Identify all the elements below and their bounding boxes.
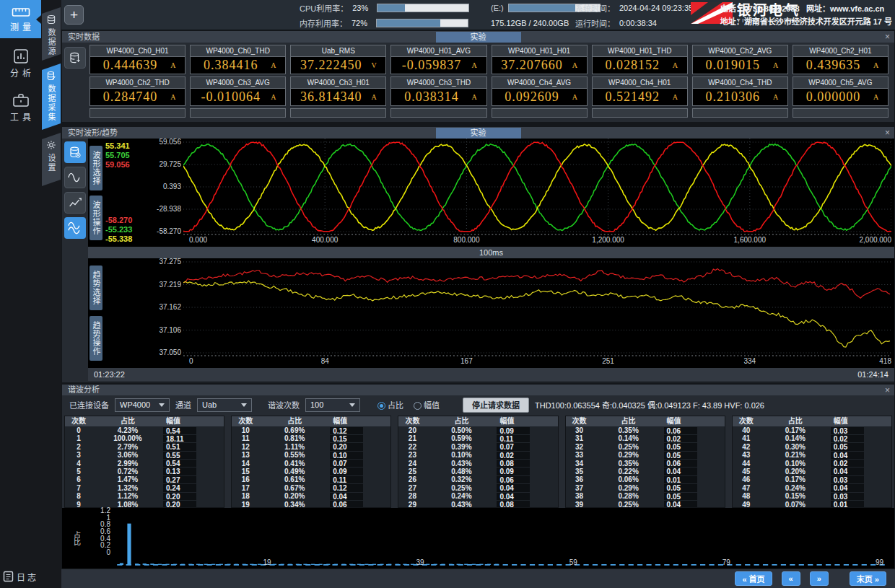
harmonic-row[interactable]: 22.79%0.51: [65, 443, 224, 451]
experiment-tab[interactable]: 实验: [436, 32, 521, 43]
measure-card: WP4000_Ch3_THD0.038314A: [390, 76, 486, 106]
harmonic-row[interactable]: 270.25%0.04: [398, 484, 557, 492]
harmonic-row[interactable]: 42.99%0.54: [65, 460, 224, 468]
multi-wave-button[interactable]: [64, 217, 86, 239]
measure-card-value: 0.439635: [793, 58, 873, 73]
harmonic-row[interactable]: 61.47%0.27: [65, 475, 224, 483]
experiment-tab[interactable]: 实验: [436, 128, 521, 139]
harmonic-row[interactable]: 250.48%0.09: [398, 468, 557, 475]
add-tab-button[interactable]: +: [64, 5, 84, 25]
trend-select-button[interactable]: 趋势选择: [90, 266, 102, 310]
harmonic-row[interactable]: 71.32%0.24: [65, 484, 224, 492]
device-select[interactable]: WP4000: [115, 398, 170, 412]
trend-operate-button[interactable]: 趋势操作: [90, 316, 102, 361]
measure-card-unit: A: [873, 61, 888, 69]
harmonic-row[interactable]: 220.39%0.07: [398, 443, 557, 451]
harmonic-row[interactable]: 480.15%0.03: [733, 492, 891, 500]
harmonic-row[interactable]: 300.35%0.06: [566, 426, 725, 434]
harmonic-order: 8: [65, 492, 92, 500]
harmonic-row[interactable]: 160.61%0.11: [232, 475, 390, 483]
harmonic-row[interactable]: 430.21%0.04: [733, 451, 891, 459]
amplitude-radio[interactable]: 幅值: [414, 399, 444, 411]
channel-data-button[interactable]: [64, 141, 86, 163]
order-select[interactable]: 100: [305, 398, 360, 412]
waveform-operate-button[interactable]: 波形操作: [90, 196, 102, 240]
pagination-prev-button[interactable]: «: [782, 571, 800, 586]
harmonic-row[interactable]: 350.22%0.04: [566, 468, 725, 475]
harmonic-row[interactable]: 440.10%0.02: [733, 460, 891, 468]
harmonic-row[interactable]: 1100.00%18.11: [65, 434, 224, 442]
harmonic-row[interactable]: 121.11%0.20: [232, 443, 390, 451]
harmonic-row[interactable]: 240.43%0.08: [398, 460, 557, 468]
harmonic-row[interactable]: 450.20%0.04: [733, 468, 891, 475]
close-icon[interactable]: ×: [885, 127, 890, 139]
add-measure-card-button[interactable]: [64, 47, 86, 69]
harmonic-row[interactable]: 130.55%0.10: [232, 451, 390, 459]
harmonic-row[interactable]: 81.12%0.20: [65, 492, 224, 500]
harmonic-row[interactable]: 150.49%0.09: [232, 468, 390, 475]
sine-wave-button[interactable]: [64, 167, 86, 188]
harmonic-row[interactable]: 310.14%0.02: [566, 434, 725, 442]
sidebar-item-analysis[interactable]: 分析: [0, 44, 41, 82]
sidebar-item-log[interactable]: 日志: [0, 568, 41, 585]
harmonic-row[interactable]: 490.07%0.01: [733, 501, 891, 508]
harmonic-row[interactable]: 420.30%0.05: [733, 443, 891, 451]
harmonic-row[interactable]: 460.17%0.03: [733, 475, 891, 483]
harmonic-amplitude: 0.05: [664, 484, 697, 491]
harmonic-ratio: 0.30%: [760, 443, 831, 451]
tab-settings[interactable]: 设置: [42, 133, 61, 186]
harmonic-row[interactable]: 470.24%0.04: [733, 484, 891, 492]
harmonic-row[interactable]: 04.23%0.54: [65, 426, 224, 434]
harmonic-row[interactable]: 390.25%0.04: [566, 501, 725, 508]
harmonic-amplitude: 0.07: [497, 443, 530, 450]
harmonic-row[interactable]: 170.67%0.12: [232, 484, 390, 492]
harmonic-row[interactable]: 260.32%0.06: [398, 475, 557, 483]
harmonic-row[interactable]: 110.81%0.15: [232, 434, 390, 442]
harmonic-row[interactable]: 280.24%0.04: [398, 492, 557, 500]
harmonic-amplitude: 0.12: [330, 484, 363, 491]
harmonic-row[interactable]: 340.35%0.06: [566, 460, 725, 468]
channel-select[interactable]: Uab: [197, 398, 252, 412]
pagination-last-button[interactable]: 末页 »: [850, 571, 886, 586]
close-icon[interactable]: ×: [885, 31, 890, 43]
harmonic-order: 16: [232, 475, 259, 483]
trend-chart-button[interactable]: [64, 192, 86, 214]
tab-data-source[interactable]: 数据源: [42, 7, 61, 61]
ratio-radio[interactable]: 占比: [377, 399, 408, 411]
waveform-chart[interactable]: [183, 139, 891, 235]
harmonic-row[interactable]: 33.06%0.55: [65, 451, 224, 459]
trend-chart[interactable]: [183, 258, 891, 356]
harmonic-row[interactable]: 210.59%0.11: [398, 434, 557, 442]
harmonic-row[interactable]: 290.43%0.08: [398, 501, 557, 508]
pagination-next-button[interactable]: »: [810, 571, 829, 586]
sidebar-item-measure[interactable]: 测量: [0, 0, 41, 38]
harmonic-row[interactable]: 190.34%0.06: [232, 501, 390, 508]
harmonic-amplitude: 0.08: [497, 501, 530, 508]
close-icon[interactable]: ×: [885, 385, 890, 396]
harmonic-row[interactable]: 50.72%0.13: [65, 468, 224, 475]
sidebar-item-tools[interactable]: 工具: [0, 88, 41, 126]
harmonic-row[interactable]: 400.17%0.03: [733, 426, 891, 434]
y-tick-label: -58.270: [157, 227, 181, 235]
harmonic-row[interactable]: 140.41%0.07: [232, 460, 390, 468]
harmonic-row[interactable]: 410.14%0.02: [733, 434, 891, 442]
tab-data-acquisition[interactable]: 数据采集: [42, 63, 61, 130]
harmonic-row[interactable]: 380.28%0.05: [566, 492, 725, 500]
harmonic-row[interactable]: 360.06%0.01: [566, 475, 725, 483]
harmonic-row[interactable]: 330.29%0.05: [566, 451, 725, 459]
harmonic-row[interactable]: 91.08%0.20: [65, 501, 224, 508]
stop-request-button[interactable]: 停止请求数据: [463, 398, 529, 413]
harmonic-bar-chart-region: 占比 1.210.80.60.40.20 1939597999: [62, 508, 894, 569]
harmonic-row[interactable]: 100.69%0.12: [232, 426, 390, 434]
waveform-select-button[interactable]: 波形选择: [90, 146, 102, 190]
harmonic-col-header: 次数: [566, 416, 593, 426]
harmonic-row[interactable]: 230.10%0.02: [398, 451, 557, 459]
pagination-first-button[interactable]: « 首页: [735, 571, 772, 586]
measure-card-name: Uab_RMS: [291, 45, 385, 57]
harmonic-row[interactable]: 370.29%0.05: [566, 484, 725, 492]
harmonic-row[interactable]: 180.20%0.04: [232, 492, 390, 500]
harmonic-order: 25: [398, 468, 426, 475]
harmonic-row[interactable]: 200.50%0.09: [398, 426, 557, 434]
harmonic-row[interactable]: 320.25%0.05: [566, 443, 725, 451]
harmonic-table: 次数占比幅值400.17%0.03410.14%0.02420.30%0.054…: [732, 416, 892, 508]
